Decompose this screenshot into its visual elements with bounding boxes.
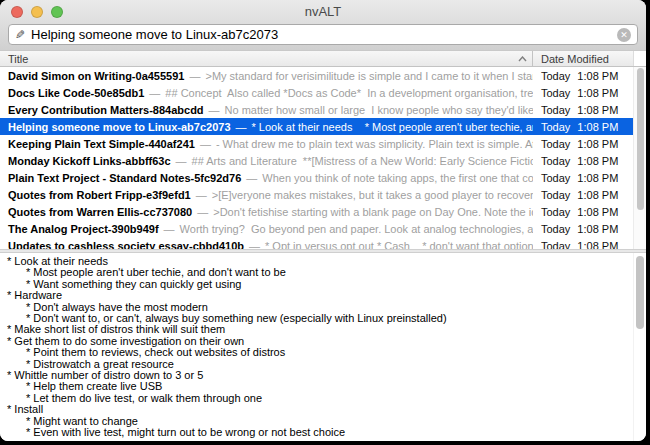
- date-day: Today: [541, 240, 570, 250]
- note-preview: ## Arts and Literature **[Mistress of a …: [192, 155, 533, 167]
- note-title-cell: Quotes from Robert Fripp-e3f9efd1—>[E]ve…: [0, 189, 533, 201]
- date-time: 1:08 PM: [577, 104, 618, 116]
- table-row[interactable]: Quotes from Warren Ellis-cc737080—>Don't…: [0, 203, 633, 220]
- note-title-cell: The Analog Project-390b949f—Worth trying…: [0, 223, 533, 235]
- note-date-cell: Today1:08 PM: [533, 206, 633, 218]
- date-day: Today: [541, 104, 570, 116]
- note-title-cell: Quotes from Warren Ellis-cc737080—>Don't…: [0, 206, 533, 218]
- note-title: Quotes from Robert Fripp-e3f9efd1: [8, 189, 191, 201]
- title-preview-separator: —: [236, 121, 247, 133]
- note-preview: No matter how small or large I know peop…: [225, 104, 533, 116]
- table-row[interactable]: Every Contribution Matters-884abcdd—No m…: [0, 101, 633, 118]
- date-day: Today: [541, 70, 570, 82]
- title-preview-separator: —: [209, 104, 220, 116]
- close-window-icon[interactable]: [11, 6, 23, 18]
- table-row[interactable]: Quotes from Robert Fripp-e3f9efd1—>[E]ve…: [0, 186, 633, 203]
- note-date-cell: Today1:08 PM: [533, 240, 633, 250]
- search-input[interactable]: ✎ Helping someone move to Linux-ab7c2073…: [8, 24, 638, 45]
- date-time: 1:08 PM: [577, 87, 618, 99]
- note-title: The Analog Project-390b949f: [8, 223, 159, 235]
- note-preview: >[E]veryone makes mistakes, but it takes…: [212, 189, 533, 201]
- note-title-cell: Helping someone move to Linux-ab7c2073—*…: [0, 121, 533, 133]
- note-date-cell: Today1:08 PM: [533, 104, 633, 116]
- minimize-window-icon[interactable]: [31, 6, 43, 18]
- note-title-cell: Docs Like Code-50e85db1—## Concept Also …: [0, 87, 533, 99]
- note-title-cell: David Simon on Writing-0a455591—>My stan…: [0, 70, 533, 82]
- note-preview: * Opt in versus opt out * Cash * don't w…: [265, 240, 533, 250]
- title-preview-separator: —: [164, 223, 175, 235]
- note-body-line: * Hardware: [0, 290, 632, 301]
- traffic-lights: [11, 6, 63, 18]
- date-day: Today: [541, 155, 570, 167]
- table-row[interactable]: David Simon on Writing-0a455591—>My stan…: [0, 67, 633, 84]
- note-date-cell: Today1:08 PM: [533, 223, 633, 235]
- note-list: David Simon on Writing-0a455591—>My stan…: [0, 67, 633, 249]
- editor-scrollbar-track[interactable]: [633, 253, 646, 441]
- date-time: 1:08 PM: [577, 121, 618, 133]
- clear-search-icon[interactable]: ✕: [617, 28, 631, 42]
- note-body-line: * Point them to reviews, check out websi…: [0, 347, 632, 358]
- note-title: Keeping Plain Text Simple-440af241: [8, 138, 195, 150]
- note-date-cell: Today1:08 PM: [533, 70, 633, 82]
- list-scrollbar-track[interactable]: [633, 67, 646, 249]
- note-date-cell: Today1:08 PM: [533, 155, 633, 167]
- table-row[interactable]: Helping someone move to Linux-ab7c2073—*…: [0, 118, 633, 135]
- date-time: 1:08 PM: [577, 70, 618, 82]
- table-row[interactable]: Keeping Plain Text Simple-440af241—- Wha…: [0, 135, 633, 152]
- note-title: Quotes from Warren Ellis-cc737080: [8, 206, 192, 218]
- table-row[interactable]: The Analog Project-390b949f—Worth trying…: [0, 220, 633, 237]
- date-day: Today: [541, 87, 570, 99]
- table-row[interactable]: Docs Like Code-50e85db1—## Concept Also …: [0, 84, 633, 101]
- note-title-cell: Keeping Plain Text Simple-440af241—- Wha…: [0, 138, 533, 150]
- title-preview-separator: —: [197, 206, 208, 218]
- note-body-line: * Install: [0, 404, 632, 415]
- sort-ascending-icon: [518, 56, 527, 62]
- note-preview: When you think of note taking apps, the …: [262, 172, 533, 184]
- note-title: Helping someone move to Linux-ab7c2073: [8, 121, 231, 133]
- note-list-pane: David Simon on Writing-0a455591—>My stan…: [0, 67, 646, 249]
- date-time: 1:08 PM: [577, 138, 618, 150]
- note-preview: - What drew me to plain text was simplic…: [216, 138, 533, 150]
- note-title-cell: Every Contribution Matters-884abcdd—No m…: [0, 104, 533, 116]
- date-time: 1:08 PM: [577, 155, 618, 167]
- date-day: Today: [541, 172, 570, 184]
- titlebar[interactable]: nvALT ✎ Helping someone move to Linux-ab…: [0, 0, 646, 50]
- title-preview-separator: —: [189, 70, 200, 82]
- note-body-line: * Want something they can quickly get us…: [0, 279, 632, 290]
- table-row[interactable]: Monday Kickoff Links-abbff63c—## Arts an…: [0, 152, 633, 169]
- editor-scrollbar-thumb[interactable]: [636, 256, 644, 329]
- note-date-cell: Today1:08 PM: [533, 121, 633, 133]
- date-day: Today: [541, 189, 570, 201]
- date-day: Today: [541, 223, 570, 235]
- note-body-line: * Even with live test, might turn out to…: [0, 427, 632, 438]
- date-time: 1:08 PM: [577, 223, 618, 235]
- title-preview-separator: —: [249, 240, 260, 250]
- table-row[interactable]: Updates to cashless society essay-cbbd41…: [0, 237, 633, 249]
- note-preview: ## Concept Also called *Docs as Code* In…: [165, 87, 533, 99]
- note-editor-pane[interactable]: * Look at their needs* Most people aren'…: [0, 253, 646, 441]
- date-time: 1:08 PM: [577, 206, 618, 218]
- table-row[interactable]: Plain Text Project - Standard Notes-5fc9…: [0, 169, 633, 186]
- column-header-date-modified[interactable]: Date Modified: [533, 51, 633, 66]
- note-title: Docs Like Code-50e85db1: [8, 87, 144, 99]
- note-title: Updates to cashless society essay-cbbd41…: [8, 240, 244, 250]
- title-preview-separator: —: [200, 138, 211, 150]
- note-title: Every Contribution Matters-884abcdd: [8, 104, 204, 116]
- list-scrollbar-thumb[interactable]: [637, 68, 644, 210]
- title-preview-separator: —: [196, 189, 207, 201]
- note-date-cell: Today1:08 PM: [533, 189, 633, 201]
- note-title: David Simon on Writing-0a455591: [8, 70, 184, 82]
- note-body-text[interactable]: * Look at their needs* Most people aren'…: [0, 253, 646, 439]
- zoom-window-icon[interactable]: [51, 6, 63, 18]
- date-day: Today: [541, 121, 570, 133]
- column-header-title[interactable]: Title: [0, 51, 532, 66]
- note-title: Monday Kickoff Links-abbff63c: [8, 155, 171, 167]
- header-scrollbar-corner: [633, 51, 646, 66]
- note-title: Plain Text Project - Standard Notes-5fc9…: [8, 172, 241, 184]
- search-value[interactable]: Helping someone move to Linux-ab7c2073: [31, 27, 617, 42]
- column-title-label: Title: [8, 53, 28, 65]
- date-time: 1:08 PM: [577, 172, 618, 184]
- note-title-cell: Monday Kickoff Links-abbff63c—## Arts an…: [0, 155, 533, 167]
- pencil-icon: ✎: [15, 29, 25, 41]
- note-date-cell: Today1:08 PM: [533, 172, 633, 184]
